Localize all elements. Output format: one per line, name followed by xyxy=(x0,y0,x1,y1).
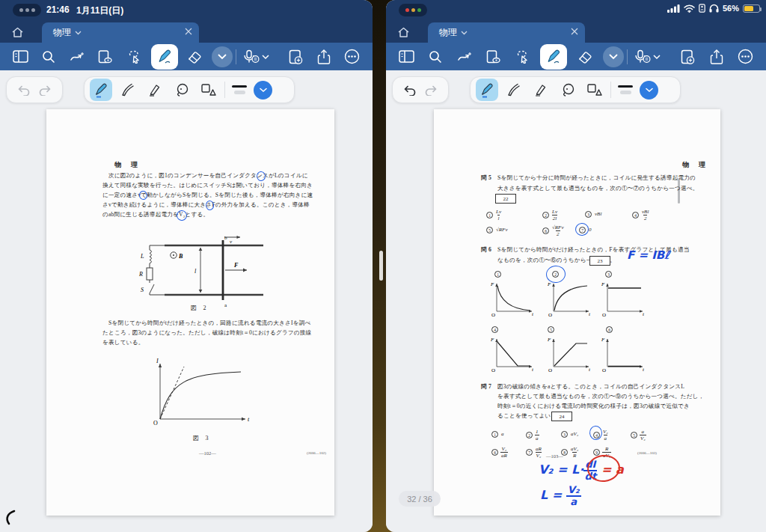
redo-button[interactable] xyxy=(39,84,53,96)
window-controls-pill[interactable] xyxy=(13,4,41,16)
ballpoint-pen-button[interactable] xyxy=(476,79,498,101)
highlighter-button[interactable] xyxy=(530,79,552,101)
color-picker-button[interactable] xyxy=(254,81,272,100)
shape-tool-button[interactable] xyxy=(171,79,193,101)
reader-mode-button[interactable] xyxy=(482,46,504,68)
home-button[interactable] xyxy=(0,21,34,43)
chevron-down-icon xyxy=(609,54,618,60)
axis-label-t: t xyxy=(248,416,250,423)
thumbnails-icon xyxy=(399,50,414,63)
elements-button[interactable] xyxy=(197,79,220,101)
ink-stroke-crescent xyxy=(3,509,21,527)
page-thumbnails-button[interactable] xyxy=(395,46,417,68)
canvas-area: 物 理 問 5 Sを閉じてから十分に時間が経ったときに，コイルに発生する誘導起電… xyxy=(386,70,766,532)
chevron-down-icon[interactable] xyxy=(461,30,468,35)
chevron-down-icon[interactable] xyxy=(75,30,82,35)
thumbnails-icon xyxy=(13,50,28,63)
q5-option-4: 4vBl2 xyxy=(632,209,649,221)
search-button[interactable] xyxy=(37,46,60,68)
q6-graph-4: F t O xyxy=(489,334,536,374)
undo-button[interactable] xyxy=(16,84,30,96)
label-b: b xyxy=(224,235,227,241)
q5-option-5: 5√RFv xyxy=(486,227,509,233)
label-a: a xyxy=(224,302,227,308)
undo-button[interactable] xyxy=(402,84,416,96)
ai-assist-button[interactable] xyxy=(66,46,88,68)
fountain-pen-icon xyxy=(506,82,521,97)
lasso-icon xyxy=(515,49,530,64)
document-page-left[interactable]: 物 理 次に図2のように，図1のコンデンサーを自己インダクタンスがLのコイルに … xyxy=(46,109,334,516)
undo-redo-group xyxy=(392,76,449,103)
toolbar-divider xyxy=(627,49,628,64)
home-button[interactable] xyxy=(386,21,420,43)
q6-graph-3: F t O xyxy=(600,278,646,319)
page-heading: 物 理 xyxy=(114,160,139,170)
ai-assist-button[interactable] xyxy=(453,46,476,68)
close-tab-button[interactable] xyxy=(571,28,578,35)
tab-bar: 物理 xyxy=(386,21,766,43)
pen-tool-button-active[interactable] xyxy=(540,44,567,70)
q7-option-8: 8aV₂R xyxy=(561,446,579,459)
share-icon xyxy=(710,49,723,64)
page-thumbnails-button[interactable] xyxy=(9,46,31,68)
q6-graph-2: F t O xyxy=(546,278,592,319)
tab-physics[interactable]: 物理 xyxy=(428,22,585,43)
lasso-icon xyxy=(126,49,141,64)
handwritten-line-2: L = V₂a xyxy=(540,485,581,507)
ink-circle-V2 xyxy=(176,210,187,221)
close-tab-button[interactable] xyxy=(185,28,192,35)
q6-number-1: 1 xyxy=(494,271,501,278)
fountain-pen-button[interactable] xyxy=(503,79,525,101)
tablet-icon xyxy=(699,4,705,13)
q7-line: を表す式として最も適当なものを，次の①〜⑨のうちから一つ選べ。ただし， xyxy=(497,393,705,400)
tab-physics[interactable]: 物理 xyxy=(42,22,199,43)
figure-2-caption: 図 2 xyxy=(191,304,206,312)
fountain-pen-button[interactable] xyxy=(117,79,139,101)
eraser-button[interactable] xyxy=(183,46,206,68)
record-audio-button[interactable] xyxy=(239,46,272,68)
paragraph-line: を表している。 xyxy=(102,339,144,346)
add-page-button[interactable] xyxy=(284,46,307,68)
undo-redo-group xyxy=(6,76,63,103)
window-controls-pill[interactable] xyxy=(399,4,427,16)
elements-button[interactable] xyxy=(583,79,606,101)
highlighter-button[interactable] xyxy=(144,79,166,101)
record-audio-button[interactable] xyxy=(631,46,664,68)
color-picker-button[interactable] xyxy=(640,81,658,100)
search-button[interactable] xyxy=(424,46,447,68)
stroke-thickness-button[interactable] xyxy=(616,85,635,95)
lasso-select-button[interactable] xyxy=(511,46,533,68)
highlighter-icon xyxy=(533,82,548,97)
pen-palette xyxy=(470,76,681,103)
redo-button[interactable] xyxy=(425,84,439,96)
document-page-right[interactable]: 物 理 問 5 Sを閉じてから十分に時間が経ったときに，コイルに発生する誘導起電… xyxy=(434,109,720,516)
q6-graph-5: F t O xyxy=(546,334,592,374)
label-S: S xyxy=(141,287,144,293)
eraser-icon xyxy=(187,50,202,64)
paragraph-line: たところ，図3のようになった。ただし，破線は時刻t＝0におけるグラフの接線 xyxy=(102,329,311,337)
stroke-thickness-button[interactable] xyxy=(230,85,249,95)
pen-tool-button-active[interactable] xyxy=(151,44,178,70)
ballpoint-pen-icon xyxy=(94,82,108,98)
split-view-divider-handle[interactable] xyxy=(379,251,383,281)
more-button[interactable] xyxy=(735,46,757,68)
page-number: —102— xyxy=(199,450,216,456)
svg-text:t: t xyxy=(532,367,534,373)
axis-label-I: I xyxy=(156,358,159,364)
collapse-toolbar-button[interactable] xyxy=(603,46,624,67)
more-button[interactable] xyxy=(341,46,364,68)
share-button[interactable] xyxy=(705,46,728,68)
collapse-toolbar-button[interactable] xyxy=(212,46,233,67)
label-F: F xyxy=(233,262,239,269)
add-page-button[interactable] xyxy=(676,46,699,68)
eraser-button[interactable] xyxy=(574,46,596,68)
svg-text:F: F xyxy=(490,281,494,287)
ellipsis-icon xyxy=(738,49,753,64)
ballpoint-pen-button[interactable] xyxy=(90,79,112,101)
shape-tool-button[interactable] xyxy=(557,79,579,101)
reader-mode-button[interactable] xyxy=(94,46,117,68)
tab-bar: 物理 xyxy=(0,21,373,43)
highlighter-icon xyxy=(147,82,162,97)
share-button[interactable] xyxy=(313,46,335,68)
lasso-select-button[interactable] xyxy=(123,46,145,68)
